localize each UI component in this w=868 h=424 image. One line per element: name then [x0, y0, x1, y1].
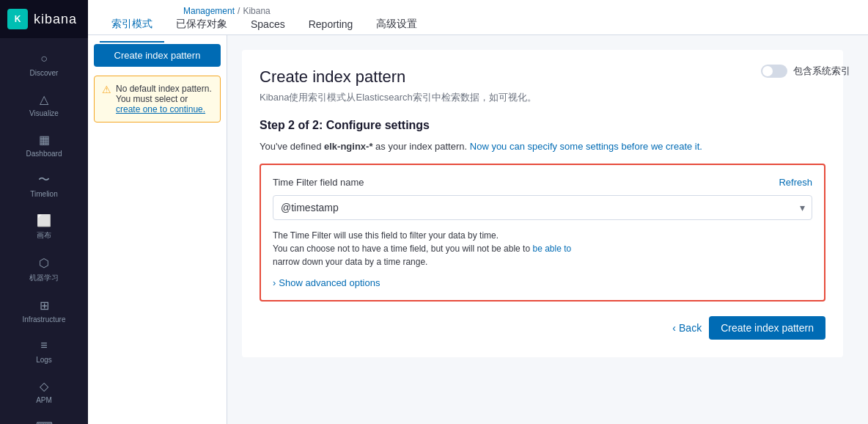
warning-link[interactable]: create one to continue.: [116, 104, 205, 114]
page-title: Create index pattern: [260, 67, 825, 87]
tab-reporting[interactable]: Reporting: [297, 7, 365, 43]
action-row: ‹ Back Create index pattern: [260, 316, 825, 340]
left-panel: Create index pattern ⚠ No default index …: [88, 35, 227, 424]
chevron-right-icon: ›: [273, 277, 276, 288]
step-description: You've defined elk-nginx-* as your index…: [260, 141, 825, 152]
warning-text: No default index pattern. You must selec…: [116, 84, 213, 114]
sidebar-item-label: Discover: [30, 69, 59, 77]
chevron-left-icon: ‹: [672, 322, 676, 334]
sidebar-item-label: APM: [36, 396, 52, 404]
show-advanced-options[interactable]: › Show advanced options: [273, 277, 812, 288]
step-desc-blue: Now you can specify some settings before…: [470, 141, 702, 152]
sidebar-item-canvas[interactable]: ⬜ 画布: [0, 205, 88, 248]
main-card: 包含系统索引 Create index pattern Kibana使用索引模式…: [242, 50, 843, 357]
sidebar-item-ml[interactable]: ⬡ 机器学习: [0, 248, 88, 290]
sidebar-item-label: Timelion: [30, 190, 57, 198]
kibana-logo-icon: K: [7, 9, 28, 29]
canvas-icon: ⬜: [37, 213, 51, 227]
kibana-logo-text: kibana: [34, 12, 77, 27]
tab-advanced[interactable]: 高级设置: [364, 7, 429, 43]
create-index-pattern-button[interactable]: Create index pattern: [709, 316, 825, 340]
field-row: Time Filter field name Refresh: [273, 177, 812, 188]
breadcrumb-current: Kibana: [243, 6, 270, 16]
sidebar-nav: ○ Discover △ Visualize ▦ Dashboard 〜 Tim…: [0, 38, 88, 424]
devtools-icon: ⌨: [37, 419, 51, 424]
sidebar: K kibana ○ Discover △ Visualize ▦ Dashbo…: [0, 0, 88, 424]
timestamp-select-wrapper: @timestamp I don't want to use the Time …: [273, 195, 812, 220]
sidebar-item-timelion[interactable]: 〜 Timelion: [0, 165, 88, 205]
step-desc-prefix: You've defined: [260, 141, 324, 152]
system-indices-toggle[interactable]: [761, 65, 787, 78]
step-desc-suffix: as your index pattern.: [373, 141, 468, 152]
sidebar-item-label: Infrastructure: [23, 315, 66, 324]
warning-icon: ⚠: [102, 84, 111, 114]
breadcrumb: Management / Kibana: [183, 6, 271, 16]
visualize-icon: △: [37, 92, 51, 106]
sidebar-item-label: Visualize: [29, 109, 59, 117]
timestamp-select[interactable]: @timestamp I don't want to use the Time …: [273, 195, 812, 220]
dashboard-icon: ▦: [37, 132, 51, 147]
logo: K kibana: [0, 0, 88, 38]
toggle-dot: [762, 66, 773, 76]
logs-icon: ≡: [37, 338, 51, 353]
sidebar-item-logs[interactable]: ≡ Logs: [0, 331, 88, 371]
right-panel: 包含系统索引 Create index pattern Kibana使用索引模式…: [227, 35, 868, 424]
back-button[interactable]: ‹ Back: [672, 322, 702, 334]
sidebar-item-label: 机器学习: [29, 273, 59, 283]
system-indices-toggle-row: 包含系统索引: [761, 65, 850, 78]
sidebar-item-devtools[interactable]: ⌨ Dev Tools: [0, 412, 88, 424]
content-area: Create index pattern ⚠ No default index …: [88, 35, 868, 424]
infrastructure-icon: ⊞: [37, 298, 51, 312]
discover-icon: ○: [37, 51, 51, 66]
page-subtitle: Kibana使用索引模式从Elasticsearch索引中检索数据，如可视化。: [260, 91, 825, 104]
step-pattern: elk-nginx-*: [324, 141, 372, 152]
warning-box: ⚠ No default index pattern. You must sel…: [94, 76, 221, 123]
main-content: Management / Kibana 索引模式 已保存对象 Spaces Re…: [88, 0, 868, 424]
timelion-icon: 〜: [37, 172, 51, 187]
step-title: Step 2 of 2: Configure settings: [260, 119, 825, 132]
sidebar-item-label: 画布: [37, 230, 51, 241]
field-label: Time Filter field name: [273, 177, 364, 188]
sidebar-item-visualize[interactable]: △ Visualize: [0, 84, 88, 125]
config-box: Time Filter field name Refresh @timestam…: [260, 164, 825, 301]
sidebar-item-discover[interactable]: ○ Discover: [0, 44, 88, 84]
breadcrumb-separator: /: [238, 6, 240, 16]
breadcrumb-parent[interactable]: Management: [183, 6, 235, 16]
sidebar-item-apm[interactable]: ◇ APM: [0, 371, 88, 412]
sidebar-item-label: Dashboard: [26, 150, 62, 158]
refresh-link[interactable]: Refresh: [779, 177, 812, 188]
field-hint: The Time Filter will use this field to f…: [273, 229, 812, 268]
tab-index-patterns[interactable]: 索引模式: [100, 7, 164, 43]
sidebar-item-dashboard[interactable]: ▦ Dashboard: [0, 125, 88, 165]
apm-icon: ◇: [37, 379, 51, 393]
ml-icon: ⬡: [37, 255, 51, 270]
sidebar-item-label: Logs: [36, 356, 52, 364]
create-index-pattern-sidebar-button[interactable]: Create index pattern: [94, 44, 221, 67]
sidebar-item-infrastructure[interactable]: ⊞ Infrastructure: [0, 290, 88, 331]
system-indices-label: 包含系统索引: [793, 65, 850, 78]
